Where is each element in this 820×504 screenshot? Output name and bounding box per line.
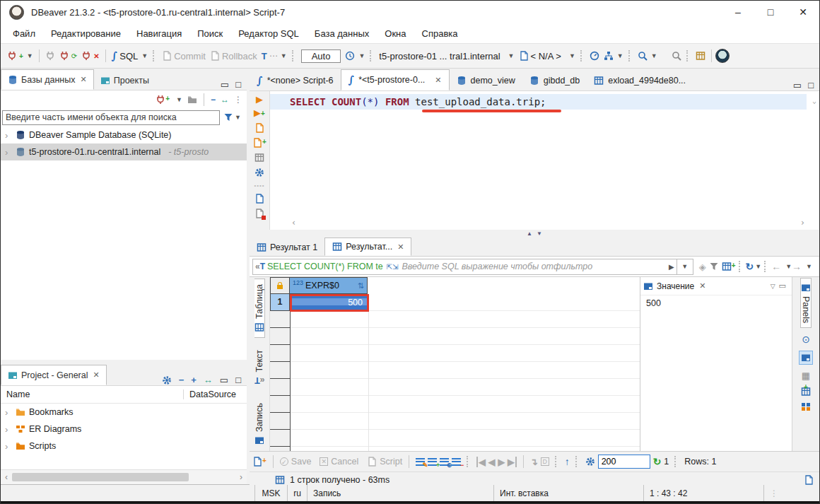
- menu-windows[interactable]: Окна: [377, 26, 414, 41]
- new-connection-button[interactable]: +▼: [5, 49, 35, 62]
- new-script-icon[interactable]: +: [252, 457, 266, 467]
- refresh-dropdown[interactable]: ▼: [755, 263, 761, 270]
- panel-menu-icon[interactable]: ▽: [771, 283, 775, 290]
- scroll-left-icon[interactable]: ‹: [1, 472, 12, 482]
- menu-help[interactable]: Справка: [414, 26, 466, 41]
- nav-back-icon[interactable]: ←▼: [771, 261, 792, 272]
- tab-exload[interactable]: exload_4994de80...: [587, 71, 693, 90]
- maximize-button[interactable]: □: [754, 1, 787, 23]
- result-settings-gear-icon[interactable]: [585, 457, 595, 467]
- new-folder-icon[interactable]: [187, 95, 197, 105]
- value-panel-toggle-icon[interactable]: [799, 351, 813, 365]
- fetch-next-page-icon[interactable]: ↴: [530, 457, 538, 467]
- selected-cell-value[interactable]: 500: [290, 294, 369, 312]
- refresh-results-icon[interactable]: ↻: [746, 261, 754, 272]
- minimize-panel-icon[interactable]: ▭: [779, 281, 786, 291]
- grid-corner-cell[interactable]: [270, 277, 290, 294]
- fetch-all-icon[interactable]: D: [541, 457, 549, 466]
- menu-sql-editor[interactable]: Редактор SQL: [230, 26, 307, 41]
- chevron-right-icon[interactable]: ›: [5, 147, 12, 158]
- tab-projects[interactable]: Проекты: [94, 71, 156, 90]
- duplicate-row-icon[interactable]: ⊕: [440, 458, 449, 466]
- project-hscrollbar[interactable]: ‹ ›: [1, 469, 247, 484]
- collapse-all-icon[interactable]: −: [211, 95, 216, 105]
- filter-input-placeholder[interactable]: Введите SQL выражение чтобы отфильтро: [402, 262, 668, 271]
- column-datasource[interactable]: DataSource: [184, 389, 236, 399]
- sql-editor-text-area[interactable]: SELECT COUNT(*) FROM test_upload_data.tr…: [270, 91, 819, 230]
- execute-new-tab-icon[interactable]: ▶+: [254, 109, 265, 118]
- tab-demo-view[interactable]: demo_view: [450, 71, 522, 90]
- tab-databases[interactable]: Базы данных ✕: [1, 69, 94, 90]
- connection-selector[interactable]: t5-prostore-01 ... tral1.internal▼: [377, 49, 516, 63]
- value-panel-value[interactable]: 500: [640, 295, 792, 311]
- view-menu-icon[interactable]: ⋮: [234, 95, 242, 105]
- sash-up-icon[interactable]: ▲: [527, 230, 532, 237]
- execute-script-new-tab-icon[interactable]: +: [252, 138, 266, 148]
- unassigned-file-icon[interactable]: [254, 209, 264, 218]
- grouping-panel-icon[interactable]: ⊙: [802, 334, 810, 344]
- dbeaver-community-icon[interactable]: [715, 49, 730, 63]
- tab-record-view[interactable]: Запись: [254, 398, 264, 450]
- fetch-size-input[interactable]: [598, 455, 650, 469]
- connect-button[interactable]: [43, 49, 57, 62]
- refresh-icon[interactable]: ↻: [653, 456, 662, 467]
- add-row-icon[interactable]: +: [428, 458, 437, 466]
- script-button[interactable]: Script: [367, 457, 402, 467]
- tab-project-general[interactable]: Project - General ✕: [1, 365, 107, 385]
- transaction-log-button[interactable]: ▼: [343, 49, 367, 62]
- menu-search[interactable]: Поиск: [189, 26, 230, 41]
- chevron-right-icon[interactable]: ›: [5, 441, 12, 452]
- metadata-panel-icon[interactable]: +: [801, 387, 811, 397]
- tree-item-scripts[interactable]: › Scripts: [1, 438, 247, 455]
- column-header-expr0[interactable]: 123 EXPR$0 ⇅: [290, 277, 368, 294]
- custom-filter-icon[interactable]: +: [722, 262, 736, 271]
- commit-button[interactable]: Commit: [160, 49, 208, 63]
- menu-file[interactable]: Файл: [5, 26, 43, 41]
- scroll-right-icon[interactable]: ›: [235, 472, 247, 482]
- disconnect-button[interactable]: ✕: [79, 49, 101, 62]
- maximize-panel-icon[interactable]: □: [235, 375, 241, 385]
- new-connection-dropdown[interactable]: ▼: [176, 96, 182, 103]
- filter-history-dropdown[interactable]: ▼: [677, 259, 693, 275]
- result-grid[interactable]: 123 EXPR$0 ⇅ 1 500: [270, 277, 640, 451]
- remove-filter-icon[interactable]: [709, 262, 719, 271]
- new-connection-icon[interactable]: +: [156, 95, 170, 105]
- search-button[interactable]: [669, 49, 684, 62]
- next-row-icon[interactable]: ▶: [498, 457, 505, 467]
- save-button[interactable]: ✓Save: [280, 457, 312, 467]
- cancel-button[interactable]: ✕Cancel: [320, 457, 358, 467]
- schema-selector[interactable]: < N/A >▼: [517, 49, 578, 63]
- execute-statement-icon[interactable]: ▶: [256, 95, 263, 104]
- tree-item-t5-prostore[interactable]: › t5-prostore-01.ru-central1.internal - …: [1, 143, 247, 160]
- close-button[interactable]: ✕: [787, 1, 819, 23]
- execute-script-icon[interactable]: [254, 123, 264, 133]
- explain-plan-icon[interactable]: [254, 153, 264, 163]
- close-tab-icon[interactable]: ✕: [81, 75, 87, 84]
- filter-objects-icon[interactable]: [223, 112, 233, 122]
- close-tab-icon[interactable]: ✕: [435, 76, 441, 85]
- minimize-panel-icon[interactable]: ▭: [221, 79, 229, 90]
- tab-result-1[interactable]: Результат 1: [250, 239, 324, 256]
- column-name[interactable]: Name: [1, 389, 184, 399]
- menu-database[interactable]: База данных: [307, 26, 377, 41]
- tab-script-6[interactable]: ∫ *<none> Script-6: [250, 71, 341, 90]
- transaction-mode-button[interactable]: T⋯▼: [259, 49, 289, 63]
- expand-filter-icon[interactable]: ⇱⇲: [387, 263, 399, 271]
- editor-hscrollbar[interactable]: ‹ ›: [291, 218, 805, 228]
- chevron-down-icon[interactable]: ⌄: [812, 97, 816, 105]
- menu-edit[interactable]: Редактирование: [43, 26, 129, 41]
- tab-script-7-active[interactable]: ∫ *<t5-prostore-0... ✕: [341, 69, 450, 90]
- filter-dropdown[interactable]: ▼: [235, 114, 241, 121]
- export-from-query-icon[interactable]: [254, 194, 264, 204]
- editor-results-sash[interactable]: ▲ ▼: [250, 230, 819, 238]
- copy-status-icon[interactable]: [804, 475, 814, 485]
- tab-result-2-active[interactable]: Результат... ✕: [324, 238, 411, 256]
- open-declaration-button[interactable]: [693, 49, 708, 62]
- sort-filter-icon[interactable]: ⇅: [358, 281, 364, 291]
- minimize-panel-icon[interactable]: ▭: [220, 375, 228, 385]
- first-row-icon[interactable]: ◀: [476, 457, 486, 467]
- link-with-editor-icon[interactable]: ↔: [221, 95, 229, 105]
- sql-editor-button[interactable]: ∫SQL▼: [110, 48, 151, 64]
- maximize-panel-icon[interactable]: □: [808, 80, 814, 90]
- scroll-left-icon[interactable]: ‹: [291, 218, 296, 228]
